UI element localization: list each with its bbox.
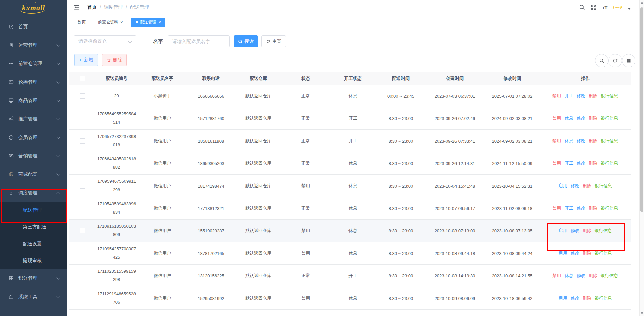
action-link[interactable]: 开工 [565,205,573,211]
sidebar-item[interactable]: 推广管理 [0,110,67,128]
page-scrollbar[interactable] [639,0,644,316]
row-checkbox[interactable] [80,251,85,256]
action-link[interactable]: 修改 [577,160,585,166]
sidebar-collapse-icon[interactable] [74,4,80,10]
action-link[interactable]: 删除 [583,183,591,189]
action-link[interactable]: 禁用 [552,160,561,166]
view-tab[interactable]: 首页 [73,18,90,27]
action-link[interactable]: 银行信息 [595,228,612,234]
action-link[interactable]: 删除 [583,250,591,256]
sidebar-item[interactable]: 运营管理 [0,36,67,54]
action-link[interactable]: 删除 [589,115,597,121]
action-link[interactable]: 修改 [571,250,579,256]
action-link[interactable]: 休息 [565,115,573,121]
scrollbar-up-arrow-icon[interactable] [641,2,643,4]
action-link[interactable]: 禁用 [552,138,561,144]
action-link[interactable]: 银行信息 [601,115,618,121]
sidebar-item[interactable]: 首页 [0,17,67,36]
reset-button[interactable]: 重置 [261,35,286,47]
row-checkbox[interactable] [80,93,85,99]
close-icon[interactable]: × [120,20,123,24]
row-checkbox[interactable] [80,138,85,144]
action-link[interactable]: 禁用 [552,205,561,211]
search-icon[interactable] [579,4,585,10]
row-checkbox[interactable] [80,228,85,233]
action-link[interactable]: 修改 [577,115,585,121]
sidebar-item[interactable]: 调度管理 [0,183,67,202]
sidebar-item[interactable]: 商城配置 [0,165,67,183]
search-button[interactable]: 搜索 [234,35,258,47]
action-link[interactable]: 禁用 [552,93,561,99]
action-link[interactable]: 休息 [565,273,573,279]
action-link[interactable]: 银行信息 [601,93,618,99]
action-link[interactable]: 休息 [565,138,573,144]
action-link[interactable]: 启用 [558,295,567,301]
sidebar-subitem[interactable]: 第三方配送 [0,219,67,235]
chevron-down-icon [56,172,60,175]
action-link[interactable]: 删除 [589,205,597,211]
table-search-toggle-button[interactable] [595,54,608,67]
row-checkbox[interactable] [80,296,85,301]
sidebar-subitem[interactable]: 配送管理 [0,202,67,219]
action-link[interactable]: 启用 [558,183,567,189]
action-link[interactable]: 开工 [565,93,573,99]
table-columns-button[interactable] [622,54,635,67]
sidebar-subitem[interactable]: 配送设置 [0,235,67,252]
view-tab[interactable]: 配送管理× [131,18,166,27]
fullscreen-icon[interactable] [591,4,597,10]
select-all-checkbox[interactable] [80,76,85,81]
row-checkbox[interactable] [80,206,85,211]
breadcrumb-home[interactable]: 首页 [87,4,97,10]
action-link[interactable]: 银行信息 [601,138,618,144]
sidebar-item[interactable]: 积分管理 [0,269,67,287]
sidebar-item[interactable]: 系统工具 [0,287,67,306]
action-link[interactable]: 修改 [571,295,579,301]
action-link[interactable]: 银行信息 [595,250,612,256]
action-link[interactable]: 修改 [577,273,585,279]
action-link[interactable]: 开工 [565,160,573,166]
action-link[interactable]: 删除 [589,138,597,144]
font-size-icon[interactable]: TT [602,5,607,10]
row-checkbox[interactable] [80,183,85,189]
sidebar-subitem[interactable]: 提现审核 [0,252,67,269]
row-checkbox[interactable] [80,273,85,278]
action-link[interactable]: 删除 [589,273,597,279]
app-logo[interactable]: ' ' kxmall [0,0,67,17]
action-link[interactable]: 银行信息 [601,273,618,279]
action-link[interactable]: 修改 [571,183,579,189]
action-link[interactable]: 启用 [558,228,567,234]
sidebar-item[interactable]: 营销管理 [0,147,67,165]
action-link[interactable]: 启用 [558,250,567,256]
sidebar-item[interactable]: 商品管理 [0,91,67,110]
sidebar-item[interactable]: 轮播管理 [0,73,67,91]
sidebar-item[interactable]: 会员管理 [0,128,67,147]
user-avatar[interactable]: kxmall [613,6,622,9]
action-link[interactable]: 修改 [577,93,585,99]
close-icon[interactable]: × [159,20,161,24]
action-link[interactable]: 禁用 [552,115,561,121]
warehouse-select[interactable]: 请选择前置仓 [74,35,136,47]
table-refresh-button[interactable] [608,54,622,67]
action-link[interactable]: 禁用 [552,273,561,279]
delete-button[interactable]: 删除 [102,54,127,66]
action-link[interactable]: 删除 [583,228,591,234]
action-link[interactable]: 删除 [589,160,597,166]
sidebar-item[interactable]: 前置仓管理 [0,54,67,73]
view-tab[interactable]: 前置仓资料× [94,18,127,27]
row-checkbox[interactable] [80,161,85,166]
action-link[interactable]: 修改 [577,205,585,211]
action-link[interactable]: 银行信息 [595,295,612,301]
user-menu-caret-icon[interactable] [628,8,631,10]
action-link[interactable]: 银行信息 [601,160,618,166]
scrollbar-thumb[interactable] [640,7,643,212]
add-button[interactable]: + 新增 [74,54,98,66]
action-link[interactable]: 删除 [583,295,591,301]
action-link[interactable]: 修改 [577,138,585,144]
action-link[interactable]: 银行信息 [595,183,612,189]
action-link[interactable]: 删除 [589,93,597,99]
courier-name-input[interactable] [168,35,230,47]
action-link[interactable]: 修改 [571,228,579,234]
scrollbar-down-arrow-icon[interactable] [641,312,643,314]
action-link[interactable]: 银行信息 [601,205,618,211]
row-checkbox[interactable] [80,116,85,121]
